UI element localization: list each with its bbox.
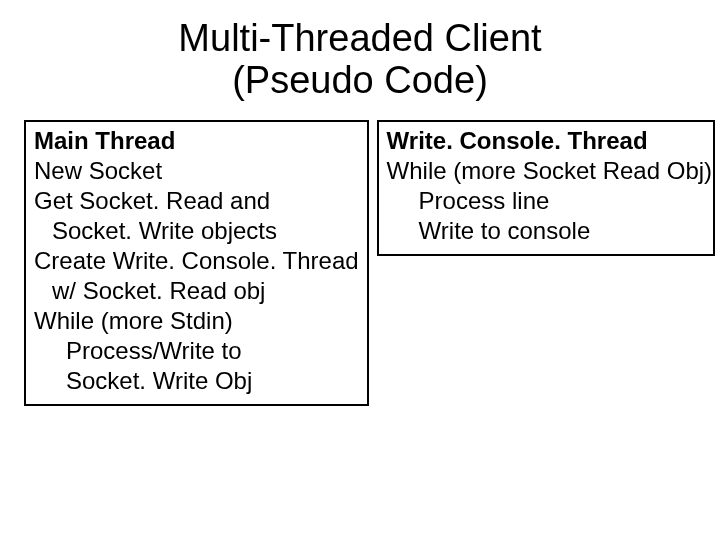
left-line-3: Socket. Write objects (34, 216, 359, 246)
right-line-1: While (more Socket Read Obj) (387, 156, 705, 186)
slide-title: Multi-Threaded Client (Pseudo Code) (24, 18, 696, 102)
slide: Multi-Threaded Client (Pseudo Code) Main… (0, 0, 720, 540)
write-console-thread-box: Write. Console. Thread While (more Socke… (377, 120, 715, 256)
left-line-7: Process/Write to (34, 336, 359, 366)
main-thread-box: Main Thread New Socket Get Socket. Read … (24, 120, 369, 406)
write-console-header: Write. Console. Thread (387, 126, 705, 156)
left-line-2: Get Socket. Read and (34, 186, 359, 216)
left-line-5: w/ Socket. Read obj (34, 276, 359, 306)
right-line-2: Process line (387, 186, 705, 216)
left-line-8: Socket. Write Obj (34, 366, 359, 396)
left-line-1: New Socket (34, 156, 359, 186)
left-line-4: Create Write. Console. Thread (34, 246, 359, 276)
main-thread-header: Main Thread (34, 126, 359, 156)
right-line-3: Write to console (387, 216, 705, 246)
title-line-2: (Pseudo Code) (232, 59, 488, 101)
left-line-6: While (more Stdin) (34, 306, 359, 336)
columns: Main Thread New Socket Get Socket. Read … (24, 120, 696, 406)
title-line-1: Multi-Threaded Client (178, 17, 541, 59)
